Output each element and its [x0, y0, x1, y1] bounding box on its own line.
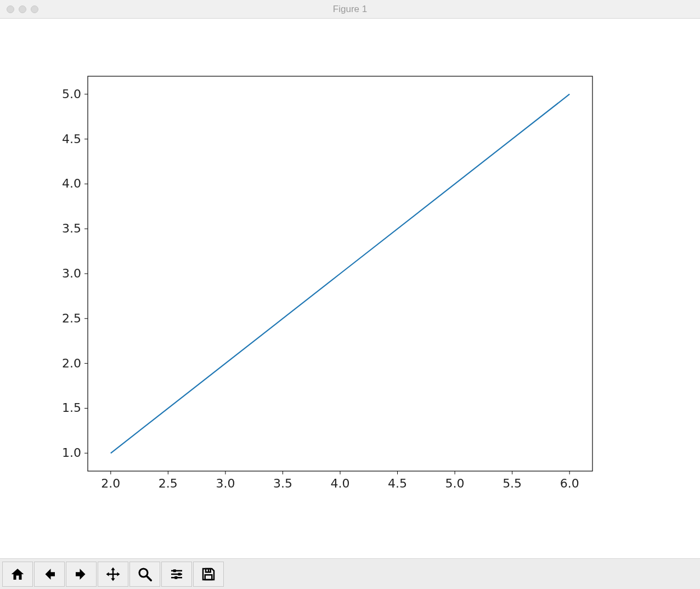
pan-button[interactable]: [98, 562, 128, 587]
titlebar: Figure 1: [0, 0, 700, 19]
x-tick-label: 2.5: [159, 477, 178, 490]
sliders-icon: [168, 566, 185, 582]
forward-button[interactable]: [66, 562, 97, 587]
y-tick-label: 5.0: [62, 87, 81, 101]
save-button[interactable]: [193, 562, 224, 587]
y-tick-label: 1.0: [62, 446, 81, 460]
save-icon: [200, 566, 217, 582]
x-tick-label: 3.5: [273, 477, 292, 490]
home-button[interactable]: [2, 562, 33, 587]
arrow-right-icon: [73, 566, 89, 582]
line-chart: 2.02.53.03.54.04.55.05.56.01.01.52.02.53…: [0, 19, 700, 558]
x-tick-label: 5.0: [445, 477, 465, 490]
x-tick-label: 3.0: [216, 477, 235, 490]
home-icon: [9, 566, 26, 582]
plot-canvas[interactable]: 2.02.53.03.54.04.55.05.56.01.01.52.02.53…: [0, 19, 700, 558]
window-title: Figure 1: [0, 4, 700, 15]
y-tick-label: 3.0: [62, 267, 81, 280]
y-tick-label: 4.5: [62, 132, 81, 146]
zoom-button[interactable]: [129, 562, 160, 587]
search-icon: [137, 566, 153, 582]
x-tick-label: 4.0: [331, 477, 350, 490]
x-tick-label: 5.5: [503, 477, 522, 490]
navigation-toolbar: [0, 558, 700, 589]
back-button[interactable]: [34, 562, 65, 587]
x-tick-label: 4.5: [388, 477, 407, 490]
configure-button[interactable]: [161, 562, 192, 587]
y-tick-label: 2.0: [62, 356, 81, 370]
data-line: [111, 94, 569, 454]
y-tick-label: 4.0: [62, 177, 81, 190]
y-tick-label: 2.5: [62, 312, 81, 325]
x-tick-label: 2.0: [101, 477, 120, 490]
x-tick-label: 6.0: [560, 477, 579, 490]
arrow-left-icon: [41, 566, 58, 582]
y-tick-label: 1.5: [62, 401, 81, 415]
figure-window: Figure 1 2.02.53.03.54.04.55.05.56.01.01…: [0, 0, 700, 589]
move-icon: [105, 566, 121, 582]
y-tick-label: 3.5: [62, 222, 81, 235]
